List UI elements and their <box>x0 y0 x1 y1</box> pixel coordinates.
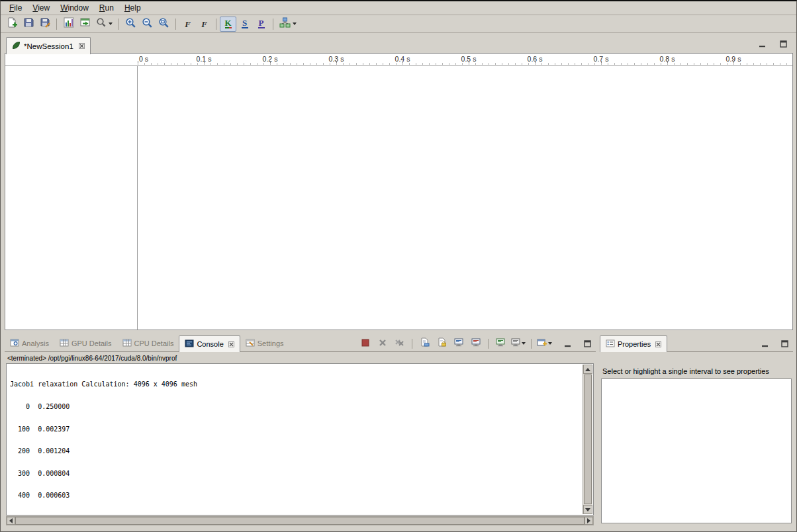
menu-window[interactable]: Window <box>55 2 94 15</box>
zoom-in-button[interactable] <box>122 17 139 32</box>
toolbar-separator <box>412 339 412 349</box>
stream-timeline-toggle[interactable]: S <box>236 17 253 32</box>
remove-all-launches-button[interactable] <box>392 337 408 350</box>
remove-all-launches-icon <box>395 337 405 349</box>
terminate-button[interactable] <box>357 337 373 350</box>
analysis-tab-icon <box>10 339 19 348</box>
tab-gpu-details[interactable]: GPU Details <box>54 335 117 351</box>
process-timeline-toggle[interactable]: P <box>253 17 269 32</box>
console-process-status: <terminated> /opt/pgi/linux86-64/2017/cu… <box>7 355 177 362</box>
pin-console-icon <box>496 337 505 349</box>
console-line: 0 0.250000 <box>10 403 579 410</box>
clear-console-button[interactable] <box>416 337 432 350</box>
tab-settings[interactable]: Settings <box>240 335 289 351</box>
bar-chart-icon <box>64 17 74 30</box>
kernel-letter-icon: K <box>224 19 231 28</box>
new-session-icon <box>7 17 17 30</box>
close-icon[interactable] <box>655 341 661 347</box>
goto-next-marker-button[interactable]: F <box>196 17 212 32</box>
toolbar-separator <box>175 19 176 30</box>
tab-analysis[interactable]: Analysis <box>5 335 54 351</box>
menu-run[interactable]: Run <box>94 2 119 15</box>
tab-console[interactable]: Console <box>179 335 240 352</box>
console-panel: Analysis GPU Details CPU Details Console… <box>5 335 596 526</box>
main-toolbar: F F K S P <box>1 15 796 33</box>
maximize-button[interactable] <box>780 339 789 347</box>
zoom-out-button[interactable] <box>139 17 156 32</box>
toolbar-separator <box>488 339 489 349</box>
timeline-ruler[interactable]: 0 s 0.1 s 0.2 s 0.3 s 0.4 s 0.5 s 0.6 s … <box>5 54 792 66</box>
scroll-lock-button[interactable] <box>434 337 449 350</box>
bottom-tab-bar: Analysis GPU Details CPU Details Console… <box>5 335 596 352</box>
tab-cpu-details[interactable]: CPU Details <box>117 335 179 351</box>
show-console-on-stdout-button[interactable] <box>451 337 467 350</box>
maximize-button[interactable] <box>583 339 592 347</box>
console-toolbar <box>357 337 553 350</box>
display-console-icon <box>511 337 520 349</box>
minimize-button[interactable] <box>760 339 769 347</box>
minimize-button[interactable] <box>563 339 572 347</box>
properties-content-area <box>601 378 792 523</box>
tab-label: Console <box>197 340 223 348</box>
import-window-icon <box>80 17 91 30</box>
tab-properties[interactable]: Properties <box>600 335 667 352</box>
clear-console-icon <box>420 337 430 349</box>
maximize-button[interactable] <box>778 40 788 48</box>
pin-console-button[interactable] <box>492 337 508 350</box>
run-analysis-button[interactable] <box>277 17 299 32</box>
menu-view[interactable]: View <box>27 2 55 15</box>
menu-bar: File View Window Run Help <box>1 1 796 15</box>
scroll-right-arrow[interactable] <box>585 517 593 525</box>
scroll-left-arrow[interactable] <box>7 517 15 525</box>
vertical-scroll-thumb[interactable] <box>584 375 592 504</box>
properties-panel: Properties Select or highlight a single … <box>600 335 793 526</box>
zoom-out-icon <box>142 17 153 31</box>
timeline-canvas[interactable] <box>138 66 792 330</box>
editor-tab-bar: *NewSession1 <box>5 36 793 54</box>
dropdown-arrow-icon <box>522 342 526 345</box>
toolbar-separator <box>56 19 57 30</box>
import-session-button[interactable] <box>77 17 93 32</box>
close-icon[interactable] <box>79 43 85 49</box>
vertical-scrollbar[interactable] <box>583 365 592 514</box>
toolbar-separator <box>273 19 273 30</box>
menu-file[interactable]: File <box>4 2 27 15</box>
close-icon[interactable] <box>228 341 234 347</box>
analysis-flow-icon <box>279 17 291 30</box>
save-session-button[interactable] <box>20 17 36 32</box>
settings-tab-icon <box>246 339 255 348</box>
console-line: 300 0.000804 <box>10 470 579 477</box>
minimize-button[interactable] <box>757 40 767 48</box>
console-output-area[interactable]: Jacobi relaxation Calculation: 4096 x 40… <box>6 363 594 515</box>
ruler-label: 0 s <box>139 55 148 63</box>
horizontal-scrollbar[interactable] <box>6 516 594 525</box>
save-session-as-button[interactable] <box>36 17 53 32</box>
kernel-timeline-toggle[interactable]: K <box>220 17 236 32</box>
process-letter-icon: P <box>258 19 265 28</box>
console-text[interactable]: Jacobi relaxation Calculation: 4096 x 40… <box>7 365 582 514</box>
next-marker-icon: F <box>200 20 209 28</box>
timeline-view: 0 s 0.1 s 0.2 s 0.3 s 0.4 s 0.5 s 0.6 s … <box>5 54 793 330</box>
timeline-options-button[interactable] <box>93 17 115 32</box>
scroll-lock-icon <box>437 337 447 349</box>
open-console-button[interactable] <box>536 337 553 350</box>
menu-help[interactable]: Help <box>119 2 146 15</box>
horizontal-scroll-thumb[interactable] <box>15 517 585 525</box>
toolbar-separator <box>216 19 216 30</box>
scroll-down-arrow[interactable] <box>583 505 592 514</box>
stream-letter-icon: S <box>242 19 248 28</box>
remove-launch-button[interactable] <box>375 337 391 350</box>
new-session-button[interactable] <box>3 17 20 32</box>
zoom-fit-button[interactable] <box>156 17 172 32</box>
properties-tab-bar: Properties <box>600 335 793 352</box>
open-console-icon <box>537 337 547 349</box>
display-selected-console-button[interactable] <box>510 337 527 350</box>
session-icon <box>12 41 21 51</box>
scroll-up-arrow[interactable] <box>583 365 592 374</box>
toolbar-separator <box>531 339 532 349</box>
console-line: Jacobi relaxation Calculation: 4096 x 40… <box>10 380 579 388</box>
session-tab[interactable]: *NewSession1 <box>6 37 91 54</box>
show-console-on-stderr-button[interactable] <box>468 337 484 350</box>
profile-application-button[interactable] <box>60 17 77 32</box>
goto-prev-marker-button[interactable]: F <box>179 17 196 32</box>
